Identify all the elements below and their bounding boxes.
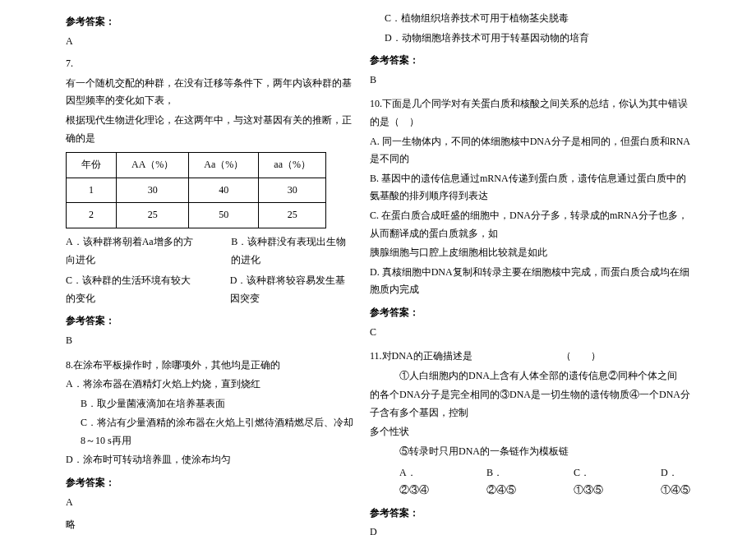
q8-number: 8. — [66, 359, 73, 371]
q11-line1: ①人白细胞内的DNA上含有人体全部的遗传信息②同种个体之间 — [370, 367, 690, 385]
table-cell: 25 — [117, 203, 189, 228]
table-header-row: 年份 AA（%） Aa（%） aa（%） — [67, 153, 326, 178]
q8-option-a: A．将涂布器在酒精灯火焰上灼烧，直到烧红 — [66, 376, 353, 394]
table-header: aa（%） — [259, 153, 326, 178]
question-7: 7. 有一个随机交配的种群，在没有迁移等条件下，两年内该种群的基因型频率的变化如… — [66, 55, 353, 349]
q10-option-c-line1: C. 在蛋白质合成旺盛的细胞中，DNA分子多，转录成的mRNA分子也多，从而翻译… — [370, 207, 690, 242]
table-cell: 2 — [67, 203, 117, 228]
answer-label: 参考答案： — [66, 474, 353, 492]
answer-value-9: B — [370, 71, 690, 90]
q11-line4: ⑤转录时只用DNA的一条链作为模板链 — [370, 443, 690, 461]
question-8: 8.在涂布平板操作时，除哪项外，其他均是正确的 A．将涂布器在酒精灯火焰上灼烧，… — [66, 357, 353, 534]
answer-label: 参考答案： — [370, 505, 690, 523]
table-cell: 1 — [67, 178, 117, 203]
q10-option-a: A. 同一生物体内，不同的体细胞核中DNA分子是相同的，但蛋白质和RNA是不同的 — [370, 133, 690, 168]
q7-option-d: D．该种群将较容易发生基因突变 — [230, 272, 353, 307]
two-column-layout: 参考答案： A 7. 有一个随机交配的种群，在没有迁移等条件下，两年内该种群的基… — [0, 8, 756, 535]
q10-number: 10. — [370, 98, 382, 109]
q10-option-b: B. 基因中的遗传信息通过mRNA传递到蛋白质，遗传信息通过蛋白质中的氨基酸的排… — [370, 170, 690, 205]
q7-option-c: C．该种群的生活环境有较大的变化 — [66, 272, 197, 307]
table-header: AA（%） — [117, 153, 189, 178]
q7-option-a: A．该种群将朝着Aa增多的方向进化 — [66, 233, 198, 269]
q9-option-d: D．动物细胞培养技术可用于转基因动物的培育 — [370, 30, 690, 48]
q8-option-d: D．涂布时可转动培养皿，使涂布均匀 — [66, 451, 353, 469]
answer-label: 参考答案： — [66, 13, 353, 31]
q11-option-a: A．②③④ — [399, 464, 429, 500]
q11-option-d: D．①④⑤ — [661, 464, 690, 500]
answer-value-8: A — [66, 494, 353, 512]
q7-table: 年份 AA（%） Aa（%） aa（%） 1 30 40 30 2 25 50 … — [66, 152, 326, 228]
question-11: 11.对DNA的正确描述是 （ ） ①人白细胞内的DNA上含有人体全部的遗传信息… — [370, 348, 690, 535]
q7-number: 7. — [66, 58, 73, 69]
q11-line2: 的各个DNA分子是完全相同的③DNA是一切生物的遗传物质④一个DNA分子含有多个… — [370, 386, 690, 422]
q10-option-c-line2: 胰腺细胞与口腔上皮细胞相比较就是如此 — [370, 244, 690, 262]
q8-option-b: B．取少量菌液滴加在培养基表面 — [66, 395, 353, 413]
q7-options-row2: C．该种群的生活环境有较大的变化 D．该种群将较容易发生基因突变 — [66, 272, 353, 307]
q10-stem: 下面是几个同学对有关蛋白质和核酸之间关系的总结，你认为其中错误的是（ ） — [370, 98, 688, 127]
table-header: 年份 — [67, 153, 117, 178]
q10-option-d: D. 真核细胞中DNA复制和转录主要在细胞核中完成，而蛋白质合成均在细胞质内完成 — [370, 264, 690, 299]
table-row: 1 30 40 30 — [67, 178, 326, 203]
q7-option-b: B．该种群没有表现出生物的进化 — [231, 233, 353, 269]
q7-options-row1: A．该种群将朝着Aa增多的方向进化 B．该种群没有表现出生物的进化 — [66, 233, 353, 269]
q11-number: 11. — [370, 350, 382, 362]
q11-option-b: B．②④⑤ — [486, 464, 516, 500]
q11-stem: 对DNA的正确描述是 （ ） — [382, 350, 601, 362]
answer-label: 参考答案： — [66, 312, 353, 330]
table-row: 2 25 50 25 — [67, 203, 326, 228]
table-cell: 50 — [189, 203, 259, 228]
answer-label: 参考答案： — [370, 304, 690, 322]
table-cell: 30 — [259, 178, 326, 203]
question-10: 10.下面是几个同学对有关蛋白质和核酸之间关系的总结，你认为其中错误的是（ ） … — [370, 95, 690, 341]
q8-stem: 在涂布平板操作时，除哪项外，其他均是正确的 — [73, 359, 280, 371]
q7-text2: 根据现代生物进化理论，在这两年中，与这对基因有关的推断，正确的是 — [66, 112, 353, 147]
q7-text1: 有一个随机交配的种群，在没有迁移等条件下，两年内该种群的基因型频率的变化如下表， — [66, 75, 353, 110]
answer-label: 参考答案： — [370, 52, 690, 70]
table-header: Aa（%） — [189, 153, 259, 178]
answer-value-7: B — [66, 332, 353, 350]
table-cell: 25 — [259, 203, 326, 228]
question-9-cont: C．植物组织培养技术可用于植物茎尖脱毒 D．动物细胞培养技术可用于转基因动物的培… — [370, 10, 690, 89]
answer-value-6: A — [66, 33, 353, 51]
q8-option-c: C．将沾有少量酒精的涂布器在火焰上引燃待酒精燃尽后、冷却8～10 s再用 — [66, 414, 353, 450]
answer-value-11: D — [370, 523, 690, 535]
q8-note: 略 — [66, 516, 353, 534]
table-cell: 40 — [189, 178, 259, 203]
q9-option-c: C．植物组织培养技术可用于植物茎尖脱毒 — [370, 10, 690, 28]
q11-options: A．②③④ B．②④⑤ C．①③⑤ D．①④⑤ — [370, 464, 690, 500]
q11-line3: 多个性状 — [370, 423, 690, 441]
q11-option-c: C．①③⑤ — [574, 464, 603, 500]
right-column: C．植物组织培养技术可用于植物茎尖脱毒 D．动物细胞培养技术可用于转基因动物的培… — [370, 8, 690, 535]
table-cell: 30 — [117, 178, 189, 203]
answer-value-10: C — [370, 324, 690, 342]
left-column: 参考答案： A 7. 有一个随机交配的种群，在没有迁移等条件下，两年内该种群的基… — [66, 8, 353, 535]
